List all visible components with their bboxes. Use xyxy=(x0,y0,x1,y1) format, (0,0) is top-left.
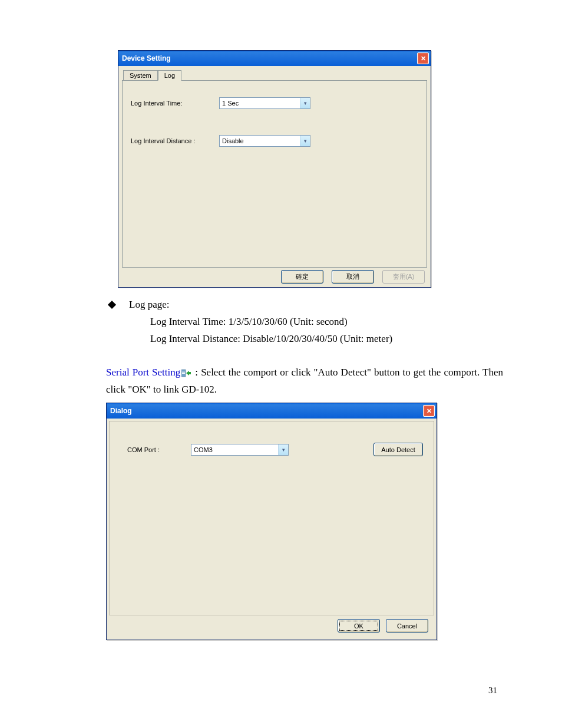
log-interval-distance-select[interactable]: Disable ▾ xyxy=(219,135,310,147)
titlebar[interactable]: Device Setting ✕ xyxy=(118,51,431,66)
cancel-button[interactable]: 取消 xyxy=(332,270,374,284)
close-button[interactable]: ✕ xyxy=(417,52,429,64)
window-title: Dialog xyxy=(110,407,132,415)
log-interval-time-value: 1 Sec xyxy=(222,100,239,107)
chevron-down-icon: ▾ xyxy=(300,98,310,108)
serial-port-icon xyxy=(181,369,191,377)
tab-content-log: Log Interval Time: 1 Sec ▾ Log Interval … xyxy=(122,80,427,268)
ok-button[interactable]: OK xyxy=(338,619,380,633)
tab-log[interactable]: Log xyxy=(158,70,181,81)
tab-system[interactable]: System xyxy=(123,70,158,81)
comport-label: COM Port : xyxy=(127,446,167,453)
log-interval-distance-label: Log Interval Distance : xyxy=(131,137,219,144)
page-number: 31 xyxy=(488,686,497,696)
window-title: Device Setting xyxy=(122,54,171,62)
close-icon: ✕ xyxy=(421,55,426,62)
bullet-log-page: Log page: xyxy=(129,297,169,314)
titlebar[interactable]: Dialog ✕ xyxy=(107,403,437,419)
serial-port-setting-link[interactable]: Serial Port Setting xyxy=(106,367,180,378)
device-setting-window: Device Setting ✕ System Log Log Interval… xyxy=(118,50,431,288)
log-interval-distance-value: Disable xyxy=(222,137,244,144)
ok-button[interactable]: 確定 xyxy=(281,270,323,284)
comport-select[interactable]: COM3 ▾ xyxy=(191,444,289,456)
cancel-button[interactable]: Cancel xyxy=(386,619,428,633)
apply-button: 套用(A) xyxy=(382,270,425,284)
log-interval-distance-desc: Log Interval Distance: Disable/10/20/30/… xyxy=(150,331,503,348)
svg-rect-3 xyxy=(182,373,185,374)
auto-detect-button[interactable]: Auto Detect xyxy=(373,443,423,456)
log-interval-time-label: Log Interval Time: xyxy=(131,100,219,107)
svg-rect-1 xyxy=(182,371,185,371)
close-icon: ✕ xyxy=(427,407,432,415)
log-interval-time-select[interactable]: 1 Sec ▾ xyxy=(219,97,310,109)
comport-value: COM3 xyxy=(194,446,213,453)
chevron-down-icon: ▾ xyxy=(278,444,288,455)
close-button[interactable]: ✕ xyxy=(423,405,435,417)
log-interval-time-desc: Log Interval Time: 1/3/5/10/30/60 (Unit:… xyxy=(150,314,503,331)
diamond-bullet-icon xyxy=(108,301,116,309)
serial-port-dialog: Dialog ✕ COM Port : COM3 ▾ Auto Detect O… xyxy=(106,403,437,640)
svg-rect-2 xyxy=(182,372,185,373)
chevron-down-icon: ▾ xyxy=(300,136,310,146)
